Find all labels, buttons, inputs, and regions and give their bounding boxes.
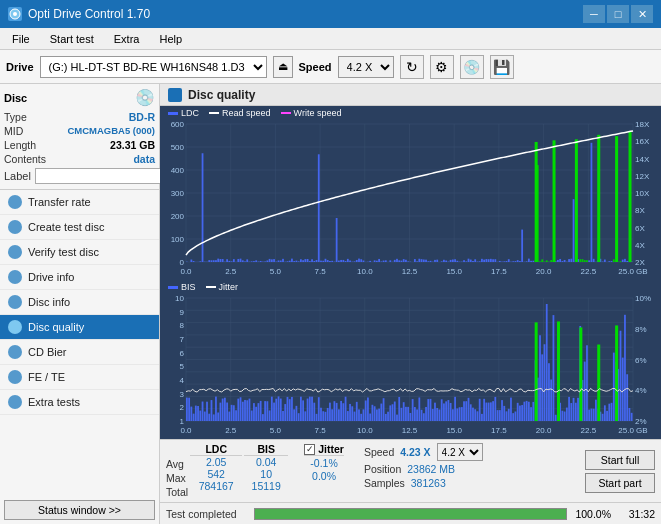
app-title: Opti Drive Control 1.70 <box>28 7 150 21</box>
menu-starttest[interactable]: Start test <box>42 31 102 47</box>
menu-file[interactable]: File <box>4 31 38 47</box>
app-icon <box>8 7 22 21</box>
progress-time: 31:32 <box>619 508 655 520</box>
speed-position-section: Speed 4.23 X 4.2 X Position 23862 MB Sam… <box>364 443 483 489</box>
disc-icon: 💿 <box>135 88 155 107</box>
nav-disc-quality-label: Disc quality <box>28 321 84 333</box>
settings-button[interactable]: ⚙ <box>430 55 454 79</box>
speed-label: Speed <box>299 61 332 73</box>
contents-label: Contents <box>4 153 46 165</box>
total-bis: 15119 <box>244 480 288 492</box>
disc-button[interactable]: 💿 <box>460 55 484 79</box>
length-label: Length <box>4 139 36 151</box>
eject-button[interactable]: ⏏ <box>273 56 293 78</box>
drive-label: Drive <box>6 61 34 73</box>
contents-value: data <box>133 153 155 165</box>
max-bis: 10 <box>244 468 288 480</box>
legend-ldc: LDC <box>168 108 199 118</box>
menubar: File Start test Extra Help <box>0 28 661 50</box>
ldc-chart-container: LDC Read speed Write speed <box>160 106 661 280</box>
max-ldc: 542 <box>190 468 242 480</box>
avg-jitter: -0.1% <box>304 457 344 469</box>
menu-help[interactable]: Help <box>151 31 190 47</box>
nav-extra-tests[interactable]: Extra tests <box>0 390 159 415</box>
legend-jitter-label: Jitter <box>219 282 239 292</box>
stats-ldc-col: LDC 2.05 542 784167 <box>190 443 242 492</box>
legend-read-speed-label: Read speed <box>222 108 271 118</box>
nav-menu: Transfer rate Create test disc Verify te… <box>0 190 159 496</box>
stats-bis-col: BIS 0.04 10 15119 <box>244 443 288 492</box>
avg-ldc: 2.05 <box>190 456 242 468</box>
position-label: Position <box>364 463 401 475</box>
start-full-button[interactable]: Start full <box>585 450 655 470</box>
speed-select-dropdown[interactable]: 4.2 X <box>437 443 483 461</box>
nav-disc-info[interactable]: Disc info <box>0 290 159 315</box>
mid-label: MID <box>4 125 23 137</box>
main-layout: Disc 💿 Type BD-R MID CMCMAGBA5 (000) Len… <box>0 84 661 524</box>
titlebar-left: Opti Drive Control 1.70 <box>8 7 150 21</box>
max-jitter: 0.0% <box>304 470 344 482</box>
drive-select[interactable]: (G:) HL-DT-ST BD-RE WH16NS48 1.D3 <box>40 56 267 78</box>
maximize-button[interactable]: □ <box>607 5 629 23</box>
stats-row-main: Avg Max Total LDC 2.05 542 784167 BIS 0.… <box>166 443 655 499</box>
nav-create-test-disc[interactable]: Create test disc <box>0 215 159 240</box>
menu-extra[interactable]: Extra <box>106 31 148 47</box>
legend-bis: BIS <box>168 282 196 292</box>
nav-disc-quality[interactable]: Disc quality <box>0 315 159 340</box>
nav-verify-test-disc[interactable]: Verify test disc <box>0 240 159 265</box>
nav-drive-info[interactable]: Drive info <box>0 265 159 290</box>
disc-quality-icon <box>168 88 182 102</box>
speed-label-txt: Speed <box>364 446 394 458</box>
legend-ldc-label: LDC <box>181 108 199 118</box>
close-button[interactable]: ✕ <box>631 5 653 23</box>
right-panel: Disc quality LDC Read speed Wri <box>160 84 661 524</box>
progress-bar <box>254 508 567 520</box>
disc-section-label: Disc <box>4 92 27 104</box>
legend-write-speed: Write speed <box>281 108 342 118</box>
nav-disc-info-label: Disc info <box>28 296 70 308</box>
nav-cd-bier[interactable]: CD Bier <box>0 340 159 365</box>
avg-bis: 0.04 <box>244 456 288 468</box>
ldc-header: LDC <box>190 443 242 456</box>
nav-extra-tests-label: Extra tests <box>28 396 80 408</box>
type-label: Type <box>4 111 27 123</box>
label-input[interactable] <box>35 168 168 184</box>
window-controls[interactable]: ─ □ ✕ <box>583 5 653 23</box>
jitter-checkbox[interactable]: ✓ <box>304 444 315 455</box>
nav-drive-info-label: Drive info <box>28 271 74 283</box>
save-button[interactable]: 💾 <box>490 55 514 79</box>
stats-table: Avg Max Total LDC 2.05 542 784167 BIS 0.… <box>166 443 483 499</box>
samples-value: 381263 <box>411 477 446 489</box>
nav-transfer-rate[interactable]: Transfer rate <box>0 190 159 215</box>
speed-value: 4.23 X <box>400 446 430 458</box>
refresh-button[interactable]: ↻ <box>400 55 424 79</box>
drive-toolbar: Drive (G:) HL-DT-ST BD-RE WH16NS48 1.D3 … <box>0 50 661 84</box>
total-label: Total <box>166 485 188 499</box>
bis-chart-container: BIS Jitter <box>160 280 661 439</box>
stats-area: Avg Max Total LDC 2.05 542 784167 BIS 0.… <box>160 439 661 502</box>
bis-header: BIS <box>244 443 288 456</box>
bis-chart <box>160 280 661 439</box>
status-window-button[interactable]: Status window >> <box>4 500 155 520</box>
disc-info-area: Disc 💿 Type BD-R MID CMCMAGBA5 (000) Len… <box>0 84 159 190</box>
svg-point-1 <box>13 12 17 16</box>
nav-cd-bier-label: CD Bier <box>28 346 67 358</box>
left-panel: Disc 💿 Type BD-R MID CMCMAGBA5 (000) Len… <box>0 84 160 524</box>
nav-verify-test-disc-label: Verify test disc <box>28 246 99 258</box>
total-ldc: 784167 <box>190 480 242 492</box>
nav-fe-te[interactable]: FE / TE <box>0 365 159 390</box>
max-label: Max <box>166 471 188 485</box>
stats-labels-col: Avg Max Total <box>166 443 188 499</box>
nav-create-test-disc-label: Create test disc <box>28 221 104 233</box>
samples-label: Samples <box>364 477 405 489</box>
chart2-legend: BIS Jitter <box>168 282 238 292</box>
speed-select[interactable]: 4.2 X <box>338 56 394 78</box>
action-buttons: Start full Start part <box>585 450 655 493</box>
disc-quality-title: Disc quality <box>188 88 255 102</box>
legend-bis-label: BIS <box>181 282 196 292</box>
legend-read-speed: Read speed <box>209 108 271 118</box>
progress-bar-fill <box>255 509 566 519</box>
nav-fe-te-label: FE / TE <box>28 371 65 383</box>
minimize-button[interactable]: ─ <box>583 5 605 23</box>
start-part-button[interactable]: Start part <box>585 473 655 493</box>
